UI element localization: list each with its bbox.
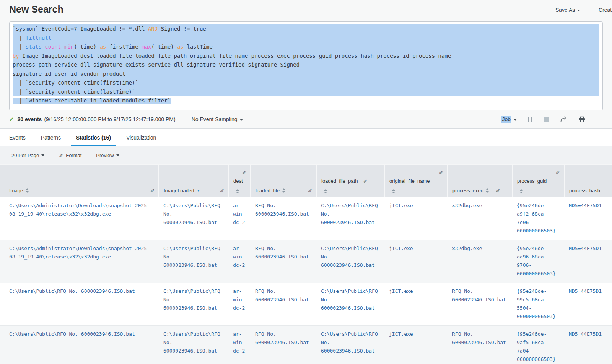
query-line: | `security_content_ctime(firstTime)`: [13, 78, 599, 88]
edit-column-icon[interactable]: ✎: [150, 188, 155, 193]
search-query-input[interactable]: `sysmon` EventCode=7 ImageLoaded != *.dl…: [9, 21, 603, 110]
cell-Image[interactable]: C:\Users\Administrator\Downloads\snapsho…: [0, 240, 159, 283]
header-cell-loaded_file[interactable]: loaded_file✎: [251, 165, 316, 197]
header-cell-Image[interactable]: Image✎: [0, 165, 159, 197]
sort-icon: [486, 188, 489, 193]
cell-process_hash[interactable]: MD5=44E75D1: [564, 240, 612, 283]
cell-original_file_name[interactable]: jICT.exe: [384, 325, 448, 364]
cell-process_hash[interactable]: MD5=44E75D1: [564, 197, 612, 240]
events-count: 20 events: [18, 116, 42, 122]
cell-dest[interactable]: ar-win-dc-2: [228, 197, 251, 240]
edit-column-icon[interactable]: ✎: [496, 188, 500, 193]
print-button[interactable]: [579, 116, 585, 122]
column-label: loaded_file_path: [321, 178, 358, 184]
column-label: loaded_file: [256, 188, 280, 193]
share-button[interactable]: [560, 116, 567, 122]
check-icon: ✓: [9, 116, 14, 123]
tab-visualization[interactable]: Visualization: [126, 129, 156, 146]
edit-column-icon[interactable]: ✎: [220, 188, 224, 193]
cell-loaded_file[interactable]: RFQ No. 6000023946.ISO.bat: [251, 325, 316, 364]
cell-ImageLoaded[interactable]: C:\Users\Public\RFQ No. 6000023946.ISO.b…: [159, 283, 228, 325]
cell-original_file_name[interactable]: jICT.exe: [384, 240, 448, 283]
cell-process_exec[interactable]: RFQ No. 6000023946.ISO.bat: [448, 325, 512, 364]
column-label: Image: [9, 188, 23, 193]
chevron-down-icon: [41, 154, 44, 156]
cell-process_guid[interactable]: {95e246de-9af5-68ca-7a04-000000006503}: [512, 325, 564, 364]
cell-dest[interactable]: ar-win-dc-2: [228, 325, 251, 364]
cell-loaded_file_path[interactable]: C:\Users\Public\RFQ No. 6000023946.ISO.b…: [316, 325, 384, 364]
status-bar: ✓ 20 events (9/16/25 12:00:00.000 PM to …: [0, 110, 612, 129]
header-cell-dest[interactable]: ✎dest: [228, 165, 251, 197]
cell-process_guid[interactable]: {95e246de-a9f2-68ca-7e06-000000006503}: [512, 197, 564, 240]
print-icon: [579, 116, 585, 122]
cell-process_hash[interactable]: MD5=44E75D1: [564, 325, 612, 364]
query-line: | `windows_executable_in_loaded_modules_…: [13, 96, 599, 106]
cell-Image[interactable]: C:\Users\Public\RFQ No. 6000023946.ISO.b…: [0, 325, 159, 364]
pause-button[interactable]: [528, 117, 532, 122]
query-line: | `security_content_ctime(lastTime)`: [13, 88, 599, 97]
tab-events[interactable]: Events: [9, 129, 26, 146]
query-line: signature_id user_id vendor_product: [13, 70, 599, 79]
table-row: C:\Users\Administrator\Downloads\snapsho…: [0, 240, 612, 283]
preview-dropdown[interactable]: Preview: [96, 153, 119, 158]
chevron-down-icon: [514, 119, 517, 121]
edit-column-icon[interactable]: ✎: [308, 188, 312, 193]
header-cell-ImageLoaded[interactable]: ImageLoaded✎: [159, 165, 228, 197]
chevron-down-icon: [116, 154, 119, 156]
title-bar: New Search Save As Create Table View: [0, 0, 612, 21]
cell-process_exec[interactable]: x32dbg.exe: [448, 197, 512, 240]
header-cell-process_exec[interactable]: process_exec✎: [448, 165, 512, 197]
cell-Image[interactable]: C:\Users\Public\RFQ No. 6000023946.ISO.b…: [0, 283, 159, 325]
header-cell-process_guid[interactable]: ✎process_guid: [512, 165, 564, 197]
per-page-dropdown[interactable]: 20 Per Page: [11, 153, 44, 158]
format-button[interactable]: ✎Format: [59, 153, 81, 158]
stop-button[interactable]: [544, 117, 549, 122]
edit-column-icon[interactable]: ✎: [439, 169, 443, 175]
tab-statistics[interactable]: Statistics (16): [76, 129, 111, 146]
cell-process_exec[interactable]: RFQ No. 6000023946.ISO.bat: [448, 283, 512, 325]
cell-process_hash[interactable]: MD5=44E75D1: [564, 283, 612, 325]
sort-desc-icon: [197, 190, 200, 192]
cell-ImageLoaded[interactable]: C:\Users\Public\RFQ No. 6000023946.ISO.b…: [159, 240, 228, 283]
job-menu[interactable]: Job: [501, 116, 517, 122]
edit-column-icon[interactable]: ✎: [363, 178, 367, 184]
cell-dest[interactable]: ar-win-dc-2: [228, 240, 251, 283]
query-line: by Image ImageLoaded dest loaded_file lo…: [13, 52, 599, 61]
sort-icon: [26, 188, 29, 193]
cell-process_guid[interactable]: {95e246de-aa96-68ca-9706-000000006503}: [512, 240, 564, 283]
results-toolbar: 20 Per Page ✎Format Preview: [0, 146, 612, 164]
cell-loaded_file[interactable]: RFQ No. 6000023946.ISO.bat: [251, 197, 316, 240]
header-cell-process_hash[interactable]: process_hash: [564, 165, 612, 197]
cell-loaded_file_path[interactable]: C:\Users\Public\RFQ No. 6000023946.ISO.b…: [316, 283, 384, 325]
event-sampling-dropdown[interactable]: No Event Sampling: [192, 116, 243, 122]
sort-icon: [520, 189, 523, 193]
header-cell-original_file_name[interactable]: ✎original_file_name: [384, 165, 448, 197]
cell-ImageLoaded[interactable]: C:\Users\Public\RFQ No. 6000023946.ISO.b…: [159, 325, 228, 364]
cell-process_exec[interactable]: x32dbg.exe: [448, 240, 512, 283]
query-line: | stats count min(_time) as firstTime ma…: [13, 42, 599, 52]
cell-loaded_file[interactable]: RFQ No. 6000023946.ISO.bat: [251, 240, 316, 283]
edit-column-icon[interactable]: ✎: [556, 169, 560, 175]
chevron-down-icon: [577, 10, 580, 11]
job-controls: Job: [501, 116, 603, 122]
edit-column-icon[interactable]: ✎: [242, 169, 246, 175]
create-table-view-button[interactable]: Create Table View: [599, 7, 612, 13]
cell-dest[interactable]: ar-win-dc-2: [228, 283, 251, 325]
cell-process_guid[interactable]: {95e246de-99c5-68ca-5504-000000006503}: [512, 283, 564, 325]
cell-original_file_name[interactable]: jICT.exe: [384, 197, 448, 240]
query-line: process_path service_dll_signature_exist…: [13, 60, 599, 70]
cell-loaded_file_path[interactable]: C:\Users\Public\RFQ No. 6000023946.ISO.b…: [316, 240, 384, 283]
cell-loaded_file_path[interactable]: C:\Users\Public\RFQ No. 6000023946.ISO.b…: [316, 197, 384, 240]
save-as-button[interactable]: Save As: [555, 7, 580, 13]
cell-loaded_file[interactable]: RFQ No. 6000023946.ISO.bat: [251, 283, 316, 325]
cell-original_file_name[interactable]: jICT.exe: [384, 283, 448, 325]
cell-ImageLoaded[interactable]: C:\Users\Public\RFQ No. 6000023946.ISO.b…: [159, 197, 228, 240]
column-label: ImageLoaded: [164, 188, 194, 193]
column-label: process_guid: [517, 178, 547, 184]
sort-icon: [392, 189, 395, 193]
sort-icon: [324, 189, 327, 193]
header-cell-loaded_file_path[interactable]: loaded_file_path✎: [316, 165, 384, 197]
cell-Image[interactable]: C:\Users\Administrator\Downloads\snapsho…: [0, 197, 159, 240]
share-icon: [560, 116, 567, 122]
tab-patterns[interactable]: Patterns: [41, 129, 61, 146]
